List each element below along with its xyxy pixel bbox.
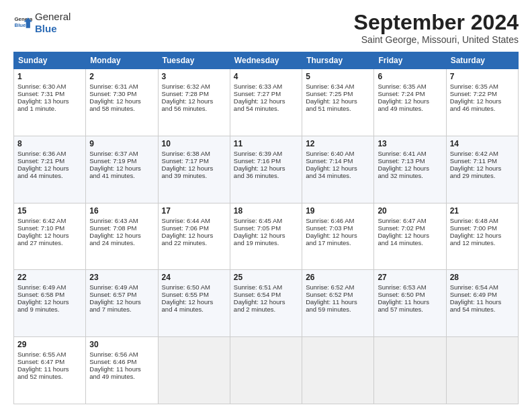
- day-info-line: Daylight: 12 hours: [89, 165, 154, 172]
- table-row: 9Sunrise: 6:37 AMSunset: 7:19 PMDaylight…: [86, 136, 158, 203]
- day-info-line: and 59 minutes.: [306, 306, 370, 313]
- day-info-line: Daylight: 12 hours: [378, 232, 442, 239]
- table-row: 30Sunrise: 6:56 AMSunset: 6:46 PMDayligh…: [86, 337, 158, 404]
- logo-text: General Blue: [35, 11, 71, 35]
- day-number: 19: [306, 206, 370, 216]
- day-info-line: Sunrise: 6:56 AM: [89, 351, 154, 358]
- table-row: 10Sunrise: 6:38 AMSunset: 7:17 PMDayligh…: [158, 136, 230, 203]
- day-info-line: Sunset: 6:57 PM: [89, 291, 154, 298]
- day-info-line: Sunset: 7:22 PM: [450, 90, 515, 97]
- day-info-line: Sunrise: 6:34 AM: [306, 83, 370, 90]
- table-row: [446, 337, 518, 404]
- month-title: September 2024: [354, 11, 519, 34]
- day-info-line: Sunrise: 6:44 AM: [162, 217, 226, 224]
- day-info-line: Sunrise: 6:53 AM: [378, 283, 442, 291]
- day-info-line: Sunrise: 6:48 AM: [450, 217, 515, 224]
- day-info-line: and 19 minutes.: [234, 239, 298, 246]
- day-info-line: Daylight: 11 hours: [17, 365, 82, 373]
- day-info-line: and 4 minutes.: [162, 306, 226, 313]
- day-info-line: Sunrise: 6:42 AM: [450, 150, 515, 157]
- logo-icon: General Blue: [13, 13, 32, 32]
- day-info-line: Daylight: 12 hours: [17, 165, 82, 172]
- day-info-line: Sunrise: 6:46 AM: [306, 217, 370, 224]
- day-info-line: Daylight: 13 hours: [17, 97, 82, 105]
- calendar: Sunday Monday Tuesday Wednesday Thursday…: [13, 52, 519, 404]
- header: General Blue General Blue September 2024…: [13, 11, 519, 45]
- day-info-line: and 56 minutes.: [162, 105, 226, 112]
- day-info-line: Daylight: 11 hours: [378, 298, 442, 306]
- day-info-line: Sunrise: 6:52 AM: [306, 283, 370, 291]
- calendar-header-row: Sunday Monday Tuesday Wednesday Thursday…: [14, 52, 519, 69]
- col-monday: Monday: [86, 52, 158, 69]
- logo-line1: General: [35, 11, 71, 23]
- day-info-line: and 14 minutes.: [378, 239, 442, 246]
- calendar-row: 15Sunrise: 6:42 AMSunset: 7:10 PMDayligh…: [14, 203, 519, 270]
- day-info-line: Daylight: 12 hours: [234, 298, 298, 306]
- table-row: 7Sunrise: 6:35 AMSunset: 7:22 PMDaylight…: [446, 69, 518, 136]
- day-number: 3: [162, 72, 226, 81]
- location: Saint George, Missouri, United States: [354, 34, 519, 45]
- day-info-line: Sunrise: 6:47 AM: [378, 217, 442, 224]
- day-info-line: Sunset: 7:21 PM: [17, 157, 82, 165]
- table-row: 19Sunrise: 6:46 AMSunset: 7:03 PMDayligh…: [302, 203, 374, 270]
- day-info-line: Sunset: 7:24 PM: [378, 90, 442, 97]
- day-info-line: Sunrise: 6:36 AM: [17, 150, 82, 157]
- table-row: 28Sunrise: 6:54 AMSunset: 6:49 PMDayligh…: [446, 270, 518, 337]
- day-info-line: and 9 minutes.: [17, 306, 82, 313]
- table-row: 18Sunrise: 6:45 AMSunset: 7:05 PMDayligh…: [230, 203, 302, 270]
- day-info-line: Sunrise: 6:51 AM: [234, 283, 298, 291]
- day-info-line: Sunrise: 6:38 AM: [162, 150, 226, 157]
- day-info-line: Sunrise: 6:41 AM: [378, 150, 442, 157]
- day-info-line: Sunset: 7:11 PM: [450, 157, 515, 165]
- table-row: [374, 337, 446, 404]
- day-info-line: and 1 minute.: [17, 105, 82, 112]
- day-info-line: Daylight: 12 hours: [378, 97, 442, 105]
- day-number: 13: [378, 139, 442, 148]
- day-number: 15: [17, 206, 82, 216]
- table-row: 20Sunrise: 6:47 AMSunset: 7:02 PMDayligh…: [374, 203, 446, 270]
- day-info-line: and 29 minutes.: [450, 172, 515, 179]
- table-row: 24Sunrise: 6:50 AMSunset: 6:55 PMDayligh…: [158, 270, 230, 337]
- calendar-row: 22Sunrise: 6:49 AMSunset: 6:58 PMDayligh…: [14, 270, 519, 337]
- day-info-line: Sunset: 7:00 PM: [450, 224, 515, 232]
- day-info-line: Sunset: 7:17 PM: [162, 157, 226, 165]
- day-number: 6: [378, 72, 442, 81]
- calendar-row: 1Sunrise: 6:30 AMSunset: 7:31 PMDaylight…: [14, 69, 519, 136]
- day-info-line: Sunset: 7:30 PM: [89, 90, 154, 97]
- table-row: 12Sunrise: 6:40 AMSunset: 7:14 PMDayligh…: [302, 136, 374, 203]
- day-info-line: Sunset: 6:46 PM: [89, 358, 154, 365]
- day-info-line: and 27 minutes.: [17, 239, 82, 246]
- day-info-line: Sunrise: 6:33 AM: [234, 83, 298, 90]
- col-sunday: Sunday: [14, 52, 86, 69]
- day-info-line: Daylight: 12 hours: [306, 232, 370, 239]
- day-info-line: and 7 minutes.: [89, 306, 154, 313]
- day-info-line: Sunset: 7:14 PM: [306, 157, 370, 165]
- table-row: 1Sunrise: 6:30 AMSunset: 7:31 PMDaylight…: [14, 69, 86, 136]
- day-info-line: and 54 minutes.: [234, 105, 298, 112]
- day-number: 30: [89, 340, 154, 349]
- day-info-line: and 22 minutes.: [162, 239, 226, 246]
- day-info-line: Sunset: 7:31 PM: [17, 90, 82, 97]
- table-row: 17Sunrise: 6:44 AMSunset: 7:06 PMDayligh…: [158, 203, 230, 270]
- col-wednesday: Wednesday: [230, 52, 302, 69]
- day-number: 14: [450, 139, 515, 148]
- table-row: 29Sunrise: 6:55 AMSunset: 6:47 PMDayligh…: [14, 337, 86, 404]
- svg-text:Blue: Blue: [15, 22, 27, 28]
- table-row: 22Sunrise: 6:49 AMSunset: 6:58 PMDayligh…: [14, 270, 86, 337]
- day-info-line: Daylight: 12 hours: [450, 232, 515, 239]
- day-number: 11: [234, 139, 298, 148]
- day-info-line: Daylight: 12 hours: [378, 165, 442, 172]
- day-info-line: Sunrise: 6:32 AM: [162, 83, 226, 90]
- day-info-line: Sunrise: 6:45 AM: [234, 217, 298, 224]
- day-number: 9: [89, 139, 154, 148]
- day-number: 5: [306, 72, 370, 81]
- col-thursday: Thursday: [302, 52, 374, 69]
- day-info-line: and 39 minutes.: [162, 172, 226, 179]
- day-info-line: Sunrise: 6:42 AM: [17, 217, 82, 224]
- table-row: [302, 337, 374, 404]
- day-info-line: Sunrise: 6:40 AM: [306, 150, 370, 157]
- table-row: 21Sunrise: 6:48 AMSunset: 7:00 PMDayligh…: [446, 203, 518, 270]
- day-info-line: Daylight: 12 hours: [162, 97, 226, 105]
- day-info-line: Sunset: 6:47 PM: [17, 358, 82, 365]
- day-info-line: Sunset: 7:10 PM: [17, 224, 82, 232]
